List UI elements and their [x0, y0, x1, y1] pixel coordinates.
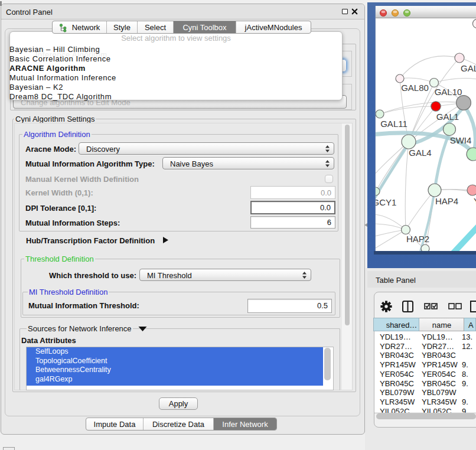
svg-text:YE: YE [474, 196, 476, 206]
svg-text:GAL4: GAL4 [409, 148, 431, 158]
svg-text:GAL80: GAL80 [401, 83, 429, 93]
svg-text:HAP2: HAP2 [406, 234, 429, 244]
svg-text:SWI4: SWI4 [450, 135, 472, 145]
svg-text:GAL10: GAL10 [435, 87, 462, 97]
svg-text:HAP4: HAP4 [435, 196, 458, 206]
svg-text:GAL7: GAL7 [461, 63, 476, 73]
svg-text:GAL1: GAL1 [436, 112, 459, 122]
svg-text:GAL11: GAL11 [380, 119, 407, 129]
svg-text:GCY1: GCY1 [376, 197, 396, 207]
